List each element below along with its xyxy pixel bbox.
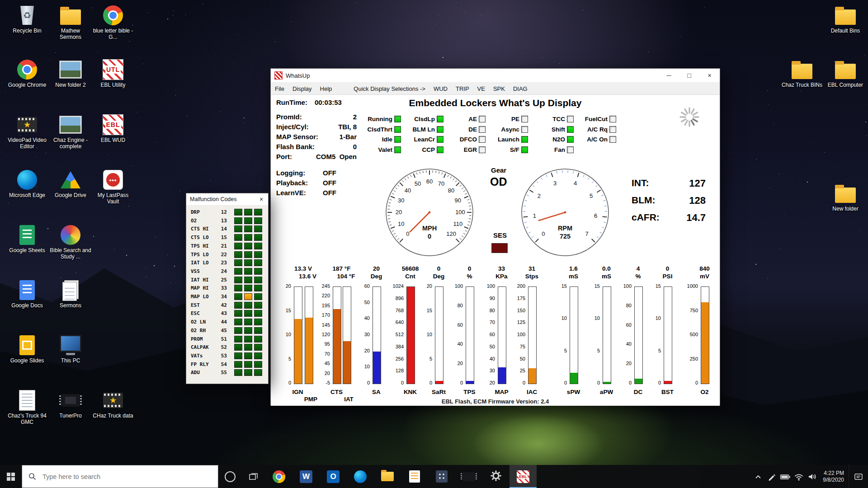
desktop-icon-label: EBL WUD [92,137,134,143]
cortana-button[interactable] [218,465,242,488]
desktop-icon-google-chrome[interactable]: Google Chrome [6,59,48,88]
menu-wud[interactable]: WUD [429,85,452,92]
new-folder-2-icon [60,59,81,80]
menu-trip[interactable]: TRIP [452,85,473,92]
desktop-icon-this-pc[interactable]: This PC [50,334,91,364]
desktop-icon-chaz-truck-data[interactable]: ★CHaz Truck data [92,389,134,419]
maximize-button[interactable]: □ [679,69,699,82]
taskbar-app-settings[interactable] [482,465,509,488]
taskbar-app-outlook[interactable]: O [320,465,347,488]
desktop-icon-default-bins[interactable]: Default Bins [825,5,866,34]
taskbar-clock[interactable]: 4:22 PM 9/8/2020 [819,470,849,483]
desktop-icon-recycle-bin[interactable]: ♻Recycle Bin [6,5,48,34]
desktop-icon-google-drive[interactable]: Google Drive [50,169,91,198]
explorer-icon [381,472,394,481]
menu-diag[interactable]: DIAG [509,85,532,92]
bar-gauge-tps [466,286,474,384]
tray-volume-icon[interactable] [806,465,819,488]
tray-pen-icon[interactable] [765,465,778,488]
bar-tick: 50 [349,300,370,305]
indicator-label-idle: Idle [354,136,392,143]
taskbar-app-chip[interactable] [455,465,482,488]
code-led [254,327,262,334]
menu-quick-display-selections[interactable]: Quick Display Selections -> [349,85,429,92]
action-center-button[interactable] [849,465,868,488]
code-led [234,361,242,368]
task-view-button[interactable] [242,465,265,488]
tray-chevron-up-icon[interactable] [751,465,765,488]
minimize-button[interactable]: ─ [659,69,679,82]
bar-tick: 100 [505,332,525,337]
tray-battery-icon[interactable] [778,465,792,488]
bar-tick: 90 [474,296,495,301]
start-button[interactable] [0,465,22,488]
search-input[interactable] [42,473,193,481]
code-label-map-lo: MAP LO [191,294,209,300]
desktop-icon-mathew-sermons[interactable]: Mathew Sermons [50,5,91,40]
desktop-icon-chaz-truck-bins[interactable]: Chaz Truck BINs [781,59,823,88]
taskbar-app-calculator[interactable] [428,465,455,488]
chip-icon [462,472,475,481]
taskbar-search[interactable] [22,465,218,488]
desktop-icon-google-slides[interactable]: Google Slides [6,334,48,364]
taskbar-app-edge[interactable] [347,465,374,488]
menu-ve[interactable]: VE [473,85,489,92]
tray-network-icon[interactable] [792,465,806,488]
menu-help[interactable]: Help [316,85,336,92]
bar-tick: 95 [309,341,330,347]
svg-text:10: 10 [398,221,404,227]
indicator-light-fuelcut [609,116,616,122]
desktop-icon-blue-letter-bible-g[interactable]: blue letter bible - G... [92,5,134,40]
desktop-icon-label: New folder [825,206,866,212]
desktop-icon-ebl-utility[interactable]: UTLEBL Utility [92,59,134,88]
bar-tick: 5 [579,348,600,353]
desktop-icon-new-folder-2[interactable]: New folder 2 [50,59,91,88]
gear-label: Gear [491,166,506,174]
bar-tick: 0 [383,380,404,385]
code-number: 42 [212,302,227,308]
desktop-icon-ebl-computer[interactable]: EBL Computer [825,59,866,88]
desktop-icon-label: EBL Utility [92,82,134,88]
taskbar-app-word[interactable]: W [292,465,320,488]
desktop-icon-ebl-wud[interactable]: EBLEBL WUD [92,114,134,143]
menu-file[interactable]: File [271,85,288,92]
code-label-map-hi: MAP HI [191,285,209,291]
code-label-adu: ADU [191,370,200,375]
svg-text:1: 1 [533,212,536,219]
bar-value-o2: 840 [699,265,710,272]
task-view-icon [249,472,259,481]
indicator-label-valet: Valet [354,146,392,153]
taskbar-app-explorer[interactable] [374,465,401,488]
desktop-icon-sermons[interactable]: Sermons [50,279,91,309]
svg-text:4: 4 [574,180,577,187]
desktop-icon-videopad-video-editor[interactable]: ★VideoPad Video Editor [6,114,48,150]
mode-row-learnve: LearnVE:OFF [276,189,336,197]
taskbar-app-chrome[interactable] [265,465,292,488]
malfunction-titlebar[interactable]: Malfunction Codes × [186,193,268,206]
indicator-label-egr: EGR [438,146,477,153]
bar-unit-apw: mS [602,273,611,280]
whatsup-titlebar[interactable]: WhatsUp ─ □ × [271,69,720,83]
menu-display[interactable]: Display [288,85,316,92]
desktop-icon-new-folder[interactable]: New folder [825,183,866,212]
desktop-icon-chaz-engine-complete[interactable]: Chaz Engine - complete [50,114,91,150]
sermons-icon [60,279,81,301]
desktop-icon-microsoft-edge[interactable]: Microsoft Edge [6,169,48,198]
desktop-icon-google-docs[interactable]: Google Docs [6,279,48,309]
mode-label: LearnVE: [276,189,306,197]
taskbar-app-notes[interactable] [401,465,428,488]
malfunction-close-button[interactable]: × [255,193,268,205]
svg-text:6: 6 [594,212,597,219]
taskbar-app-ebl[interactable]: EBL [509,465,537,488]
bar-value-map: 33 [498,265,505,272]
desktop-icon-tunerpro[interactable]: TunerPro [50,389,91,419]
close-button[interactable]: × [699,69,720,82]
code-led [244,336,252,343]
desktop-icon-my-lastpass-vault[interactable]: •••My LastPass Vault [92,169,134,205]
menu-spk[interactable]: SPK [489,85,509,92]
desktop-icon-google-sheets[interactable]: Google Sheets [6,224,48,253]
bar-tick: 60 [611,322,632,328]
desktop-icon-chaz-s-truck-94-gmc[interactable]: Chaz's Truck 94 GMC [6,389,48,425]
desktop-icon-bible-search-and-study[interactable]: Bible Search and Study ... [50,224,91,260]
bar-unit-sart: Deg [433,273,445,280]
